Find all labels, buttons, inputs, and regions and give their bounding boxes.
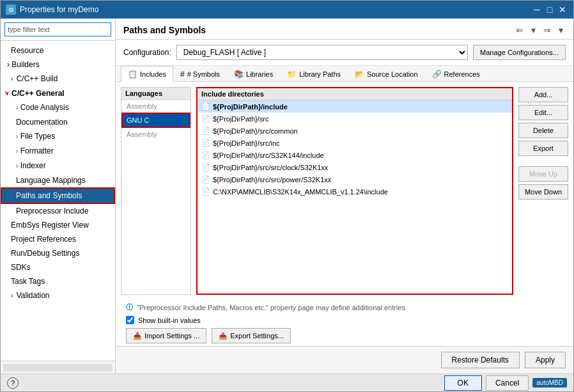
source-location-tab-icon: 📂 <box>355 70 364 79</box>
sidebar-item-paths-symbols[interactable]: Paths and Symbols <box>1 187 115 204</box>
dirs-pane: Include directories 📄 ${ProjDirPath}/inc… <box>196 87 513 295</box>
panel-footer: Restore Defaults Apply <box>116 346 573 373</box>
delete-button[interactable]: Delete <box>518 123 568 138</box>
lang-item-assembly1[interactable]: Assembly <box>121 100 190 113</box>
panel-body: Languages Assembly GNU C Assembly Includ… <box>116 82 573 300</box>
brand-badge: autoMBD <box>532 378 567 388</box>
edit-button[interactable]: Edit... <box>518 105 568 120</box>
dir-item-7[interactable]: 📄 C:\NXP\AMMCLIB\S32K14x_AMMCLIB_v1.1.24… <box>198 185 512 198</box>
lang-item-gnu-c[interactable]: GNU C <box>121 113 190 128</box>
filter-box <box>1 19 115 41</box>
nav-dropdown-button[interactable]: ▾ <box>529 24 538 36</box>
export-icon: 📤 <box>219 332 228 340</box>
action-buttons: Add... Edit... Delete Export Move Up Mov… <box>518 87 568 295</box>
maximize-button[interactable]: □ <box>544 4 555 15</box>
dir-item-5[interactable]: 📄 ${ProjDirPath}/src/src/clock/S32K1xx <box>198 161 512 173</box>
config-select[interactable]: Debug_FLASH [ Active ] <box>176 45 468 60</box>
show-builtin-label: Show built-in values <box>138 317 201 324</box>
sidebar-item-documentation[interactable]: Documentation <box>1 115 115 129</box>
export-button[interactable]: Export <box>518 141 568 156</box>
sidebar-item-preprocessor[interactable]: Preprocessor Include <box>1 204 115 218</box>
sidebar-item-sdks[interactable]: SDKs <box>1 260 115 274</box>
references-tab-icon: 🔗 <box>432 70 442 79</box>
dir-icon-0: 📄 <box>201 102 210 111</box>
main-content: Resource › Builders › C/C++ Build ∨ C/C+… <box>1 19 573 373</box>
add-button[interactable]: Add... <box>518 87 568 102</box>
show-builtin-checkbox[interactable] <box>126 316 134 324</box>
cancel-button[interactable]: Cancel <box>486 375 529 391</box>
info-text: "Preprocessor Include Paths, Macros etc.… <box>137 304 405 311</box>
languages-pane: Languages Assembly GNU C Assembly <box>121 87 191 295</box>
libraries-tab-icon: 📚 <box>234 70 244 79</box>
dir-item-0[interactable]: 📄 ${ProjDirPath}/include <box>198 100 512 113</box>
import-export-row: 📥 Import Settings ... 📤 Export Settings.… <box>121 325 568 346</box>
restore-defaults-button[interactable]: Restore Defaults <box>441 352 520 368</box>
includes-tab-icon: 📋 <box>128 70 137 79</box>
dir-icon-7: 📄 <box>201 187 210 196</box>
sidebar-item-cpp-build[interactable]: › C/C++ Build <box>1 72 115 86</box>
panel-title: Paths and Symbols <box>123 25 206 35</box>
sidebar-item-cpp-general[interactable]: ∨ C/C++ General <box>1 86 115 100</box>
nav-back-button[interactable]: ⇐ <box>513 24 526 36</box>
right-panel: Paths and Symbols ⇐ ▾ ⇒ ▾ Configuration:… <box>116 19 573 373</box>
close-button[interactable]: ✕ <box>557 4 568 15</box>
sidebar-item-project-refs[interactable]: Project References <box>1 232 115 246</box>
dirs-header: Include directories <box>198 88 512 100</box>
tab-symbols[interactable]: # # Symbols <box>173 66 227 82</box>
minimize-button[interactable]: ─ <box>531 4 543 15</box>
sidebar-item-file-types[interactable]: › File Types <box>1 129 115 144</box>
info-row: ⓘ "Preprocessor Include Paths, Macros et… <box>121 300 568 315</box>
dir-item-3[interactable]: 📄 ${ProjDirPath}/src/inc <box>198 137 512 149</box>
tree: Resource › Builders › C/C++ Build ∨ C/C+… <box>1 41 115 361</box>
nav-forward-dropdown-button[interactable]: ▾ <box>556 24 566 36</box>
import-settings-button[interactable]: 📥 Import Settings ... <box>126 328 206 343</box>
info-section: ⓘ "Preprocessor Include Paths, Macros et… <box>116 300 573 346</box>
tab-libraries[interactable]: 📚 Libraries <box>227 66 280 82</box>
sidebar-item-language-mappings[interactable]: Language Mappings <box>1 173 115 187</box>
nav-forward-button[interactable]: ⇒ <box>541 24 554 36</box>
manage-configurations-button[interactable]: Manage Configurations... <box>473 45 566 60</box>
bottom-bar: ? OK Cancel autoMBD <box>1 373 573 391</box>
dir-item-1[interactable]: 📄 ${ProjDirPath}/src <box>198 113 512 125</box>
tab-source-location[interactable]: 📂 Source Location <box>348 66 425 82</box>
filter-input[interactable] <box>4 22 111 36</box>
tab-references[interactable]: 🔗 References <box>425 66 487 82</box>
sidebar-item-resource[interactable]: Resource <box>1 43 115 58</box>
panel-nav: ⇐ ▾ ⇒ ▾ <box>513 24 566 36</box>
sidebar-item-indexer[interactable]: › Indexer <box>1 159 115 173</box>
dir-item-6[interactable]: 📄 ${ProjDirPath}/src/src/power/S32K1xx <box>198 173 512 185</box>
sidebar-item-run-debug[interactable]: Run/Debug Settings <box>1 246 115 260</box>
sidebar: Resource › Builders › C/C++ Build ∨ C/C+… <box>1 19 116 373</box>
dir-item-2[interactable]: 📄 ${ProjDirPath}/src/common <box>198 125 512 137</box>
title-controls: ─ □ ✕ <box>531 4 568 15</box>
sidebar-item-builders[interactable]: › Builders <box>1 58 115 72</box>
tab-includes[interactable]: 📋 Includes <box>121 66 173 82</box>
config-label: Configuration: <box>123 48 171 57</box>
move-down-button[interactable]: Move Down <box>518 184 568 200</box>
horizontal-scrollbar[interactable] <box>3 364 112 372</box>
ok-button[interactable]: OK <box>444 375 482 391</box>
apply-button[interactable]: Apply <box>525 352 566 368</box>
sidebar-item-task-tags[interactable]: Task Tags <box>1 274 115 288</box>
checkbox-row: Show built-in values <box>121 315 568 325</box>
panel-header: Paths and Symbols ⇐ ▾ ⇒ ▾ <box>116 19 573 40</box>
config-row: Configuration: Debug_FLASH [ Active ] Ma… <box>116 40 573 66</box>
dir-item-4[interactable]: 📄 ${ProjDirPath}/src/S32K144/include <box>198 149 512 161</box>
symbols-tab-icon: # <box>180 70 185 79</box>
sidebar-item-validation[interactable]: › Validation <box>1 288 115 303</box>
sidebar-item-code-analysis[interactable]: › Code Analysis <box>1 100 115 115</box>
library-paths-tab-icon: 📁 <box>287 70 297 79</box>
export-settings-button[interactable]: 📤 Export Settings... <box>212 328 291 343</box>
help-icon[interactable]: ? <box>7 377 19 389</box>
move-up-button[interactable]: Move Up <box>518 166 568 182</box>
dir-icon-1: 📄 <box>201 114 210 123</box>
dir-icon-6: 📄 <box>201 175 210 184</box>
sidebar-item-formatter[interactable]: › Formatter <box>1 144 115 159</box>
sidebar-item-embsys[interactable]: EmbSys Register View <box>1 218 115 232</box>
tabs-bar: 📋 Includes # # Symbols 📚 Libraries 📁 Lib… <box>116 66 573 82</box>
dir-icon-3: 📄 <box>201 139 210 147</box>
dir-icon-5: 📄 <box>201 163 210 171</box>
tab-library-paths[interactable]: 📁 Library Paths <box>280 66 348 82</box>
dir-icon-4: 📄 <box>201 151 210 159</box>
lang-item-assembly2[interactable]: Assembly <box>121 128 190 141</box>
